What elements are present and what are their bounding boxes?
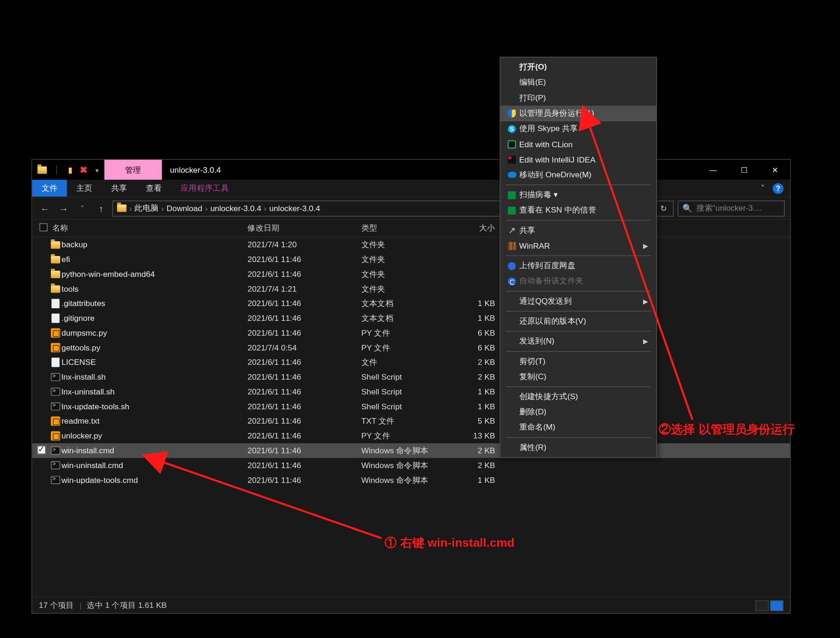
- file-size: 2 KB: [455, 358, 502, 367]
- file-name: backup: [62, 240, 247, 249]
- file-type: PY 文件: [361, 327, 455, 339]
- context-label: 上传到百度网盘: [519, 260, 649, 272]
- qat-delete-icon[interactable]: ✖: [79, 165, 88, 175]
- nav-forward-button[interactable]: →: [56, 203, 71, 213]
- search-icon: 🔍: [682, 204, 693, 213]
- file-row[interactable]: win-install.cmd2021/6/1 11:46Windows 命令脚…: [32, 443, 790, 458]
- context-item[interactable]: Edit with CLion: [500, 137, 656, 152]
- file-type: PY 文件: [361, 430, 455, 442]
- context-item[interactable]: 通过QQ发送到▶: [500, 294, 656, 309]
- file-type: Shell Script: [361, 402, 455, 411]
- file-sub-icon: [50, 417, 62, 426]
- help-icon[interactable]: ?: [773, 183, 783, 194]
- view-icons-button[interactable]: [770, 600, 783, 611]
- file-row[interactable]: LICENSE2021/6/1 11:46文件2 KB: [32, 355, 790, 370]
- status-item-count: 17 个项目: [39, 600, 74, 611]
- qat-separator: [56, 165, 60, 175]
- context-item[interactable]: 以管理员身份运行(A): [500, 106, 656, 121]
- qat-pin-icon[interactable]: ▮: [66, 165, 75, 175]
- status-bar: 17 个项目 | 选中 1 个项目 1.61 KB: [32, 597, 790, 613]
- context-item[interactable]: 剪切(T): [500, 354, 656, 369]
- file-name: python-win-embed-amd64: [62, 269, 247, 279]
- context-item[interactable]: 查看在 KSN 中的信誉: [500, 203, 656, 218]
- qat-dropdown-icon[interactable]: ▾: [92, 165, 101, 175]
- navigation-bar: ← → ˅ ↑ ›此电脑 ›Download ›unlocker-3.0.4 ›…: [32, 197, 790, 220]
- header-checkbox[interactable]: [38, 223, 50, 233]
- context-label: 发送到(N): [519, 336, 643, 347]
- file-name: lnx-update-tools.sh: [62, 402, 247, 411]
- context-item[interactable]: 打印(P): [500, 90, 656, 106]
- window-close-button[interactable]: ✕: [759, 160, 790, 180]
- context-item[interactable]: 编辑(E): [500, 75, 656, 90]
- context-label: 编辑(E): [519, 77, 649, 88]
- file-row[interactable]: lnx-update-tools.sh2021/6/1 11:46Shell S…: [32, 399, 790, 414]
- nav-back-button[interactable]: ←: [38, 203, 52, 213]
- context-label: 打开(O): [519, 62, 649, 73]
- ribbon-tab-view[interactable]: 查看: [137, 180, 171, 196]
- file-row[interactable]: efi2021/6/1 11:46文件夹: [32, 252, 790, 267]
- file-sub-icon: [50, 343, 62, 352]
- submenu-arrow-icon: ▶: [643, 242, 649, 250]
- breadcrumb[interactable]: unlocker-3.0.4: [269, 204, 320, 213]
- file-row[interactable]: .gitignore2021/6/1 11:46文本文档1 KB: [32, 311, 790, 325]
- file-row[interactable]: lnx-install.sh2021/6/1 11:46Shell Script…: [32, 370, 790, 385]
- context-menu: 打开(O)编辑(E)打印(P)以管理员身份运行(A)S使用 Skype 共享Ed…: [500, 57, 657, 458]
- context-item[interactable]: 上传到百度网盘: [500, 258, 656, 273]
- context-item[interactable]: Edit with IntelliJ IDEA: [500, 152, 656, 167]
- context-item[interactable]: 属性(R): [500, 440, 656, 455]
- context-separator: [506, 256, 651, 256]
- file-row[interactable]: dumpsmc.py2021/6/1 11:46PY 文件6 KB: [32, 325, 790, 340]
- context-item[interactable]: 复制(C): [500, 369, 656, 384]
- file-cmd-icon: [50, 402, 62, 410]
- column-modified[interactable]: 修改日期: [247, 223, 361, 234]
- window-maximize-button[interactable]: ☐: [729, 160, 759, 180]
- file-row[interactable]: gettools.py2021/7/4 0:54PY 文件6 KB: [32, 340, 790, 355]
- context-item[interactable]: S使用 Skype 共享: [500, 121, 656, 136]
- ribbon-collapse-icon[interactable]: ˅: [761, 183, 765, 193]
- column-size[interactable]: 大小: [455, 223, 502, 234]
- context-item[interactable]: ↗共享: [500, 223, 656, 238]
- context-item[interactable]: 扫描病毒 ▾: [500, 187, 656, 202]
- context-item[interactable]: 创建快捷方式(S): [500, 389, 656, 404]
- file-row[interactable]: tools2021/7/4 1:21文件夹: [32, 281, 790, 296]
- row-checkbox[interactable]: [38, 445, 45, 453]
- context-label: 复制(C): [519, 371, 649, 382]
- ribbon-context-manage[interactable]: 管理: [104, 160, 162, 180]
- breadcrumb[interactable]: Download: [167, 204, 202, 213]
- context-item[interactable]: 打开(O): [500, 60, 656, 75]
- ribbon-tabs: 文件 主页 共享 查看 应用程序工具 ˅ ?: [32, 180, 790, 197]
- breadcrumb[interactable]: 此电脑: [134, 203, 158, 214]
- context-item[interactable]: 删除(D): [500, 405, 656, 420]
- file-size: 1 KB: [455, 299, 502, 308]
- context-item[interactable]: 还原以前的版本(V): [500, 313, 656, 329]
- nav-up-button[interactable]: ↑: [94, 203, 108, 213]
- ribbon-tab-file[interactable]: 文件: [32, 180, 67, 196]
- breadcrumb[interactable]: unlocker-3.0.4: [210, 204, 261, 213]
- context-item[interactable]: 重命名(M): [500, 420, 656, 435]
- baidu-icon: [505, 262, 519, 269]
- file-row[interactable]: win-uninstall.cmd2021/6/1 11:46Windows 命…: [32, 458, 790, 473]
- idea-icon: [505, 156, 519, 163]
- window-minimize-button[interactable]: —: [698, 160, 728, 180]
- view-details-button[interactable]: [755, 600, 769, 611]
- context-item[interactable]: WinRAR▶: [500, 238, 656, 253]
- context-item[interactable]: 移动到 OneDrive(M): [500, 167, 656, 182]
- file-row[interactable]: .gitattributes2021/6/1 11:46文本文档1 KB: [32, 296, 790, 311]
- cloud-icon: [505, 172, 519, 178]
- file-row[interactable]: win-update-tools.cmd2021/6/1 11:46Window…: [32, 473, 790, 488]
- context-label: 属性(R): [519, 442, 649, 453]
- file-row[interactable]: python-win-embed-amd642021/6/1 11:46文件夹: [32, 267, 790, 281]
- ribbon-tab-apptools[interactable]: 应用程序工具: [171, 180, 238, 196]
- column-name[interactable]: 名称: [50, 223, 247, 234]
- file-row[interactable]: lnx-uninstall.sh2021/6/1 11:46Shell Scri…: [32, 384, 790, 399]
- context-item[interactable]: 发送到(N)▶: [500, 334, 656, 349]
- file-row[interactable]: backup2021/7/4 1:20文件夹: [32, 238, 790, 252]
- sync-icon: [505, 277, 519, 285]
- nav-recent-button[interactable]: ˅: [75, 205, 90, 212]
- column-type[interactable]: 类型: [361, 223, 455, 234]
- search-box[interactable]: 🔍 搜索"unlocker-3....: [678, 200, 785, 216]
- ribbon-tab-share[interactable]: 共享: [101, 180, 136, 196]
- context-label: 剪切(T): [519, 356, 649, 367]
- ribbon-tab-home[interactable]: 主页: [67, 180, 101, 196]
- file-type: 文件夹: [361, 283, 455, 295]
